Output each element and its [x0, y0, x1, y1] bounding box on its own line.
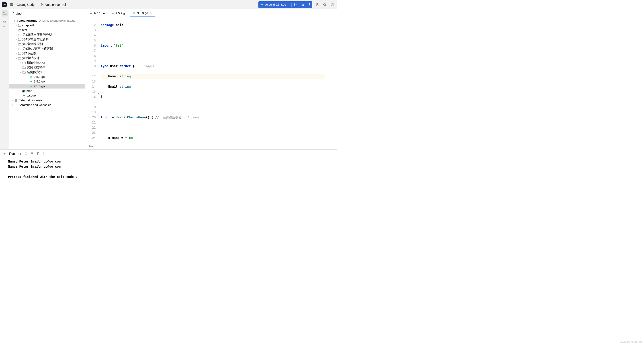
expand-toggle[interactable]: › — [15, 52, 18, 55]
expand-toggle[interactable]: › — [19, 62, 22, 64]
svg-point-2 — [3, 4, 4, 5]
code-editor[interactable]: package main import "fmt" type User stru… — [99, 18, 325, 143]
run-config-selector[interactable]: go build 9.5.3.go ⌄ — [258, 1, 291, 8]
tree-node[interactable]: ›第3章基本变量与类型 — [9, 32, 85, 37]
svg-point-4 — [41, 3, 42, 4]
run-tool-icon[interactable] — [3, 152, 6, 155]
node-icon — [18, 43, 22, 46]
node-label: Scratches and Consoles — [19, 103, 51, 107]
tree-node[interactable]: ›External Libraries — [9, 98, 85, 103]
project-panel-header[interactable]: Project ⌄ — [9, 9, 85, 18]
svg-point-30 — [32, 81, 32, 82]
node-label: 第7章函数 — [22, 52, 36, 56]
more-actions-button[interactable] — [307, 1, 312, 8]
editor-tab[interactable]: 9.5.1.go — [86, 9, 108, 17]
tree-node[interactable]: ›第6章Go语言内置容器 — [9, 46, 85, 51]
tree-root[interactable]: ⌄ GolangStudy D:\DingJiaxiong\GolangStud… — [9, 18, 85, 23]
editor-area: 9.5.1.go 9.5.2.go 9.5.3.go × 12345678910… — [85, 9, 337, 149]
editor-tab-active[interactable]: 9.5.3.go × — [130, 9, 155, 17]
expand-toggle[interactable]: ⌄ — [11, 20, 14, 22]
account-button[interactable] — [314, 2, 320, 7]
node-label: 第4章常量与运算符 — [22, 38, 49, 42]
tree-node[interactable]: ›Scratches and Consoles — [9, 103, 85, 107]
trash-icon — [37, 152, 40, 155]
node-label: 9.5.1.go — [34, 75, 45, 79]
trash-button[interactable] — [37, 152, 40, 155]
chevron-down-icon: ⌄ — [67, 3, 69, 6]
editor-tab[interactable]: 9.5.2.go — [108, 9, 130, 17]
search-button[interactable] — [322, 2, 328, 7]
node-label: test.go — [27, 94, 36, 97]
expand-toggle[interactable]: ⌄ — [15, 57, 18, 59]
svg-point-19 — [5, 22, 6, 23]
svg-point-8 — [262, 4, 263, 5]
gear-icon — [330, 3, 334, 7]
expand-toggle[interactable]: › — [11, 104, 14, 106]
close-tab-icon[interactable]: × — [150, 11, 152, 15]
console-output[interactable]: Name: Peter Email: go@go.com Name: Peter… — [0, 158, 337, 180]
expand-toggle[interactable]: › — [15, 34, 18, 36]
expand-toggle[interactable]: › — [11, 99, 14, 101]
tree-node[interactable]: ›第4章常量与运算符 — [9, 37, 85, 42]
filter-button[interactable] — [30, 152, 34, 155]
tree-node[interactable]: ›实例化结构体 — [9, 65, 85, 70]
tree-node[interactable]: ›初始化结构体 — [9, 60, 85, 65]
tree-node[interactable]: ⌄结构体方法 — [9, 70, 85, 75]
more-tools-button[interactable] — [3, 26, 6, 27]
stop-button[interactable] — [24, 152, 28, 155]
expand-toggle[interactable]: › — [19, 66, 22, 69]
tree-node[interactable]: 9.5.1.go — [9, 75, 85, 79]
expand-toggle[interactable]: › — [15, 29, 18, 31]
project-selector[interactable]: GolangStudy ⌄ — [16, 3, 38, 7]
expand-toggle[interactable]: › — [15, 90, 18, 92]
expand-toggle[interactable]: › — [15, 43, 18, 45]
node-icon — [14, 99, 18, 102]
svg-point-12 — [310, 5, 310, 6]
hamburger-menu-icon[interactable] — [10, 3, 13, 6]
node-icon — [18, 29, 22, 32]
tree-node[interactable]: ›chapter8 — [9, 23, 85, 28]
project-tree[interactable]: ⌄ GolangStudy D:\DingJiaxiong\GolangStud… — [9, 18, 85, 149]
breadcrumb-item: User — [88, 145, 94, 148]
structure-icon — [3, 20, 6, 23]
tree-node[interactable]: test.go — [9, 93, 85, 98]
node-icon — [22, 62, 26, 64]
vcs-selector[interactable]: Version control ⌄ — [41, 3, 69, 7]
expand-toggle[interactable]: › — [15, 38, 18, 41]
folder-icon — [3, 12, 6, 15]
node-icon — [22, 71, 26, 74]
project-tool-button[interactable] — [2, 10, 8, 17]
expand-toggle[interactable]: ⌄ — [19, 71, 22, 73]
search-icon — [323, 3, 327, 7]
more-button[interactable] — [43, 152, 44, 155]
run-button[interactable] — [292, 1, 299, 8]
svg-rect-40 — [16, 99, 16, 101]
project-name: GolangStudy — [16, 3, 34, 7]
run-toolbar: Run — [0, 150, 337, 158]
svg-point-9 — [302, 4, 304, 6]
expand-toggle[interactable]: › — [15, 48, 18, 50]
go-file-icon — [111, 12, 114, 15]
structure-tool-button[interactable] — [3, 20, 6, 23]
rerun-icon — [18, 152, 22, 155]
tree-node[interactable]: ⌄第9章结构体 — [9, 56, 85, 60]
node-icon — [18, 24, 22, 27]
rerun-button[interactable] — [18, 152, 22, 155]
tree-node[interactable]: 9.5.2.go — [9, 79, 85, 84]
tree-node[interactable]: ›第7章函数 — [9, 51, 85, 56]
node-icon — [22, 66, 26, 69]
tree-node[interactable]: ›go.mod — [9, 89, 85, 93]
debug-button[interactable] — [299, 1, 307, 8]
node-label: 第3章基本变量与类型 — [22, 33, 52, 37]
node-label: 实例化结构体 — [27, 66, 46, 70]
tree-node[interactable]: ›test — [9, 28, 85, 32]
svg-point-15 — [332, 4, 333, 5]
editor-breadcrumb[interactable]: User — [85, 143, 337, 149]
settings-button[interactable] — [330, 2, 335, 7]
bug-icon — [302, 3, 304, 6]
tree-node[interactable]: ›第5章流程控制 — [9, 42, 85, 46]
go-file-icon — [133, 11, 136, 15]
tree-node[interactable]: 9.5.3.go — [9, 84, 85, 89]
root-path: D:\DingJiaxiong\GolangStudy — [39, 19, 75, 22]
expand-toggle[interactable]: › — [15, 24, 18, 27]
